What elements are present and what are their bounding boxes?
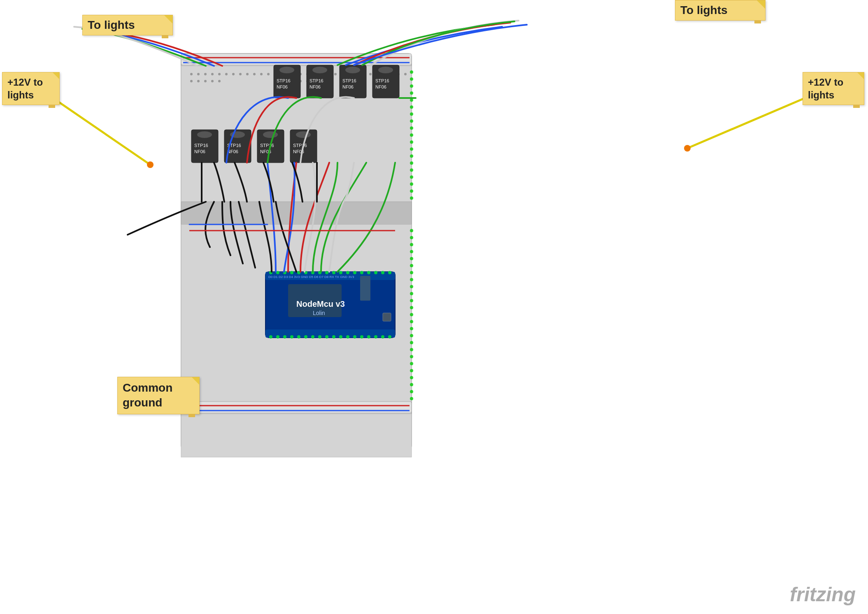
svg-text:Lolin: Lolin bbox=[313, 310, 325, 316]
svg-point-151 bbox=[388, 271, 391, 274]
svg-point-41 bbox=[404, 73, 407, 75]
svg-point-46 bbox=[218, 80, 221, 82]
svg-point-67 bbox=[410, 189, 413, 193]
svg-point-68 bbox=[410, 196, 413, 200]
svg-point-60 bbox=[410, 140, 413, 144]
svg-text:STP16: STP16 bbox=[293, 143, 307, 148]
svg-point-101 bbox=[312, 67, 327, 73]
svg-point-20 bbox=[246, 73, 249, 75]
svg-point-145 bbox=[346, 271, 349, 274]
svg-point-86 bbox=[410, 348, 413, 351]
note-to-lights-right: To lights bbox=[675, 0, 766, 21]
svg-point-77 bbox=[410, 285, 413, 288]
svg-point-146 bbox=[353, 271, 356, 274]
svg-point-79 bbox=[410, 299, 413, 302]
svg-point-50 bbox=[410, 70, 413, 74]
fritzing-logo: fritzing bbox=[790, 583, 856, 606]
svg-point-87 bbox=[410, 355, 413, 358]
svg-point-172 bbox=[147, 161, 154, 168]
svg-point-160 bbox=[325, 335, 328, 339]
svg-text:NF06: NF06 bbox=[277, 84, 288, 89]
svg-point-82 bbox=[410, 320, 413, 323]
svg-text:NF06: NF06 bbox=[310, 84, 321, 89]
svg-point-72 bbox=[410, 250, 413, 253]
svg-point-62 bbox=[410, 154, 413, 158]
svg-point-83 bbox=[410, 327, 413, 330]
note-to-lights-right-text: To lights bbox=[680, 4, 728, 16]
svg-point-165 bbox=[360, 335, 363, 339]
svg-point-147 bbox=[360, 271, 363, 274]
svg-text:STP16: STP16 bbox=[342, 78, 356, 83]
svg-point-15 bbox=[211, 73, 214, 75]
svg-point-56 bbox=[410, 112, 413, 116]
note-12v-left: +12V tolights bbox=[2, 72, 60, 105]
svg-point-75 bbox=[410, 271, 413, 274]
svg-rect-130 bbox=[360, 276, 370, 301]
svg-point-90 bbox=[410, 376, 413, 379]
svg-point-52 bbox=[410, 84, 413, 88]
svg-point-155 bbox=[290, 335, 293, 339]
svg-point-164 bbox=[353, 335, 356, 339]
svg-point-84 bbox=[410, 334, 413, 337]
svg-point-59 bbox=[410, 133, 413, 137]
svg-point-57 bbox=[410, 119, 413, 123]
svg-point-74 bbox=[410, 264, 413, 267]
svg-point-161 bbox=[332, 335, 335, 339]
svg-text:NodeMcu v3: NodeMcu v3 bbox=[296, 299, 345, 308]
svg-point-176 bbox=[684, 145, 691, 152]
svg-rect-7 bbox=[181, 402, 412, 413]
svg-point-78 bbox=[410, 292, 413, 295]
svg-point-53 bbox=[410, 91, 413, 95]
svg-point-58 bbox=[410, 126, 413, 130]
svg-point-93 bbox=[410, 397, 413, 400]
svg-point-137 bbox=[290, 271, 293, 274]
svg-rect-5 bbox=[181, 202, 412, 224]
svg-text:STP16: STP16 bbox=[310, 78, 323, 83]
svg-point-64 bbox=[410, 168, 413, 172]
svg-text:NF06: NF06 bbox=[342, 84, 354, 89]
svg-point-113 bbox=[197, 131, 212, 138]
svg-point-167 bbox=[374, 335, 377, 339]
svg-point-63 bbox=[410, 161, 413, 165]
svg-text:NF06: NF06 bbox=[194, 149, 205, 154]
svg-point-14 bbox=[204, 73, 207, 75]
svg-point-125 bbox=[296, 131, 311, 138]
svg-point-144 bbox=[339, 271, 342, 274]
svg-point-45 bbox=[211, 80, 214, 82]
svg-point-21 bbox=[253, 73, 256, 75]
svg-point-71 bbox=[410, 243, 413, 246]
svg-point-55 bbox=[410, 105, 413, 109]
svg-point-148 bbox=[367, 271, 370, 274]
svg-point-89 bbox=[410, 369, 413, 372]
svg-point-36 bbox=[369, 73, 372, 75]
svg-point-18 bbox=[232, 73, 235, 75]
svg-point-152 bbox=[269, 335, 272, 339]
svg-point-70 bbox=[410, 236, 413, 239]
svg-point-153 bbox=[276, 335, 279, 339]
svg-point-13 bbox=[197, 73, 200, 75]
svg-point-81 bbox=[410, 313, 413, 316]
svg-point-88 bbox=[410, 362, 413, 365]
note-common-ground: Common ground bbox=[117, 377, 200, 414]
note-12v-right-text: +12V tolights bbox=[808, 77, 843, 100]
note-common-ground-text: Common ground bbox=[123, 381, 172, 409]
svg-point-143 bbox=[332, 271, 335, 274]
svg-text:STP16: STP16 bbox=[277, 78, 291, 83]
svg-point-142 bbox=[325, 271, 328, 274]
svg-point-73 bbox=[410, 257, 413, 260]
svg-point-157 bbox=[304, 335, 307, 339]
svg-point-85 bbox=[410, 341, 413, 344]
svg-point-121 bbox=[263, 131, 278, 138]
note-to-lights-left-text: To lights bbox=[88, 19, 135, 31]
svg-point-154 bbox=[283, 335, 286, 339]
svg-point-158 bbox=[311, 335, 314, 339]
svg-point-12 bbox=[190, 73, 193, 75]
svg-text:D0 D1 D2 D3 D4 3V3 GND D5 D6 D: D0 D1 D2 D3 D4 3V3 GND D5 D6 D7 D8 RX TX… bbox=[268, 275, 354, 279]
svg-point-31 bbox=[334, 73, 337, 75]
svg-point-135 bbox=[276, 271, 279, 274]
svg-point-17 bbox=[225, 73, 228, 75]
svg-point-44 bbox=[204, 80, 207, 82]
svg-text:STP16: STP16 bbox=[375, 78, 389, 83]
svg-point-91 bbox=[410, 383, 413, 386]
svg-point-159 bbox=[318, 335, 321, 339]
